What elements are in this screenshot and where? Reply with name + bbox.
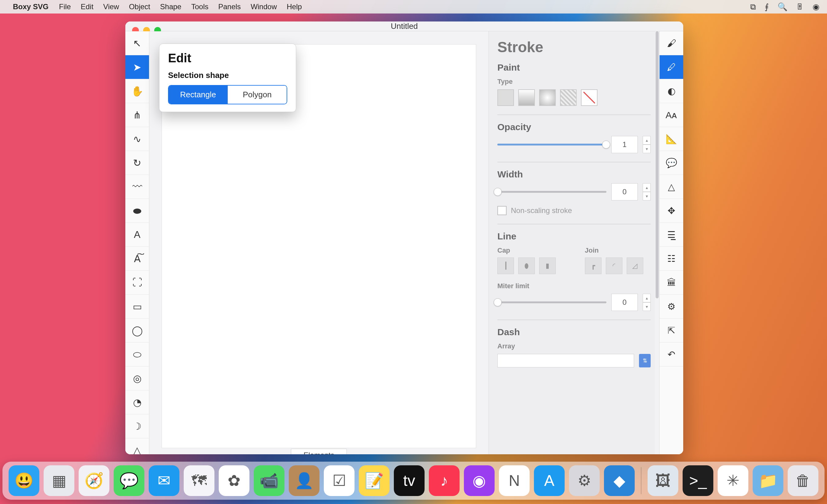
- triangle-tool[interactable]: △: [125, 438, 149, 454]
- popover-title: Edit: [168, 51, 287, 65]
- join-miter[interactable]: ┏: [585, 258, 601, 274]
- ring-tool[interactable]: ◎: [125, 367, 149, 390]
- cap-butt[interactable]: ┃: [497, 258, 514, 274]
- meta-panel[interactable]: 💬: [660, 151, 683, 175]
- text-tool[interactable]: A: [125, 223, 149, 247]
- join-round[interactable]: ◜: [606, 258, 622, 274]
- menu-edit[interactable]: Edit: [81, 2, 93, 11]
- dash-array-stepper[interactable]: ⇅: [639, 354, 651, 368]
- spline-tool[interactable]: ∿: [125, 127, 149, 151]
- dock-terminal[interactable]: >_: [683, 465, 713, 496]
- width-value[interactable]: 0: [611, 183, 638, 201]
- menu-tools[interactable]: Tools: [191, 2, 208, 11]
- rotate-tool[interactable]: ↻: [125, 151, 149, 175]
- menu-panels[interactable]: Panels: [218, 2, 241, 11]
- opacity-stepper[interactable]: ▴▾: [643, 136, 651, 153]
- wifi-icon[interactable]: ⨎: [765, 2, 769, 12]
- select-tool[interactable]: ↖: [125, 31, 149, 55]
- dock-boxysvg[interactable]: ◆: [604, 465, 635, 496]
- fill-panel[interactable]: 🖌: [660, 31, 683, 55]
- shape-panel[interactable]: △: [660, 175, 683, 199]
- edit-tool[interactable]: ➤: [125, 55, 149, 79]
- crop-tool[interactable]: ⛶: [125, 271, 149, 295]
- dock-music[interactable]: ♪: [429, 465, 459, 496]
- dock-app-x[interactable]: ✳: [718, 465, 748, 496]
- paint-section-label: Paint: [497, 62, 651, 73]
- control-center-icon[interactable]: 🎚: [796, 2, 804, 12]
- selection-shape-polygon[interactable]: Polygon: [228, 86, 287, 104]
- blob-tool[interactable]: ⬬: [125, 199, 149, 223]
- spotlight-icon[interactable]: 🔍: [778, 2, 787, 12]
- menu-help[interactable]: Help: [287, 2, 302, 11]
- selection-shape-rectangle[interactable]: Rectangle: [169, 86, 228, 104]
- typography-panel[interactable]: Aᴀ: [660, 103, 683, 127]
- dock-safari[interactable]: 🧭: [79, 465, 109, 496]
- miter-value[interactable]: 0: [611, 294, 638, 311]
- elements-panel[interactable]: ☷: [660, 247, 683, 271]
- dock-facetime[interactable]: 📹: [254, 465, 285, 496]
- stroke-panel[interactable]: 🖊: [660, 55, 683, 79]
- paint-type-solid[interactable]: [497, 89, 514, 106]
- panel-scrollbar[interactable]: [655, 31, 659, 454]
- geometry-panel[interactable]: 📐: [660, 127, 683, 151]
- export-panel[interactable]: ⇱: [660, 319, 683, 343]
- menu-file[interactable]: File: [59, 2, 71, 11]
- dock-finder[interactable]: 😃: [9, 465, 39, 496]
- dock-messages[interactable]: 💬: [114, 465, 144, 496]
- dock-podcasts[interactable]: ◉: [464, 465, 495, 496]
- circle-tool[interactable]: ◯: [125, 319, 149, 343]
- nonscaling-checkbox[interactable]: [497, 206, 506, 215]
- dock-notes[interactable]: 📝: [359, 465, 390, 496]
- dock-tv[interactable]: tv: [394, 465, 425, 496]
- dock-reminders[interactable]: ☑: [324, 465, 354, 496]
- dock-maps[interactable]: 🗺: [184, 465, 214, 496]
- titlebar: Untitled: [125, 21, 683, 31]
- menu-object[interactable]: Object: [129, 2, 150, 11]
- ellipse-tool[interactable]: ⬭: [125, 343, 149, 367]
- paint-type-none[interactable]: [581, 89, 597, 106]
- rect-tool[interactable]: ▭: [125, 295, 149, 319]
- menu-view[interactable]: View: [103, 2, 119, 11]
- cap-square[interactable]: ▮: [539, 258, 556, 274]
- cap-round[interactable]: ⬮: [518, 258, 535, 274]
- menu-shape[interactable]: Shape: [160, 2, 181, 11]
- width-stepper[interactable]: ▴▾: [643, 183, 651, 201]
- dock-launchpad[interactable]: ▦: [44, 465, 75, 496]
- bottom-tab-elements[interactable]: Elements: [291, 449, 347, 454]
- app-name[interactable]: Boxy SVG: [13, 2, 49, 11]
- dock-downloads[interactable]: 📁: [752, 465, 783, 496]
- join-bevel[interactable]: ◿: [627, 258, 643, 274]
- paint-type-radial[interactable]: [539, 89, 556, 106]
- node-tool[interactable]: ⋔: [125, 103, 149, 127]
- layers-panel[interactable]: ☰̲: [660, 223, 683, 247]
- library-panel[interactable]: 🏛: [660, 271, 683, 295]
- menu-window[interactable]: Window: [251, 2, 277, 11]
- paint-type-linear[interactable]: [518, 89, 535, 106]
- mission-control-icon[interactable]: ⧉: [750, 2, 756, 12]
- miter-slider[interactable]: [497, 301, 606, 303]
- dock-photos[interactable]: ✿: [219, 465, 249, 496]
- crescent-tool[interactable]: ☽: [125, 414, 149, 438]
- textpath-tool[interactable]: A͠: [125, 247, 149, 271]
- dock-trash[interactable]: 🗑: [788, 465, 818, 496]
- miter-stepper[interactable]: ▴▾: [643, 294, 651, 311]
- settings-panel[interactable]: ⚙: [660, 295, 683, 319]
- dock-settings[interactable]: ⚙: [569, 465, 600, 496]
- dock-preview[interactable]: 🖼: [647, 465, 678, 496]
- pie-tool[interactable]: ◔: [125, 390, 149, 414]
- opacity-value[interactable]: 1: [611, 136, 638, 153]
- arrange-panel[interactable]: ✥: [660, 199, 683, 223]
- dock-contacts[interactable]: 👤: [289, 465, 320, 496]
- siri-icon[interactable]: ◉: [813, 2, 820, 12]
- history-panel[interactable]: ↶: [660, 343, 683, 367]
- pan-tool[interactable]: ✋: [125, 79, 149, 103]
- width-slider[interactable]: [497, 191, 606, 193]
- dock-mail[interactable]: ✉: [149, 465, 180, 496]
- paint-type-pattern[interactable]: [560, 89, 577, 106]
- dock-news[interactable]: N: [499, 465, 530, 496]
- dock-appstore[interactable]: A: [534, 465, 565, 496]
- opacity-slider[interactable]: [497, 144, 606, 146]
- dash-array-input[interactable]: [497, 354, 634, 368]
- compositing-panel[interactable]: ◐: [660, 79, 683, 103]
- freehand-tool[interactable]: 〰: [125, 175, 149, 199]
